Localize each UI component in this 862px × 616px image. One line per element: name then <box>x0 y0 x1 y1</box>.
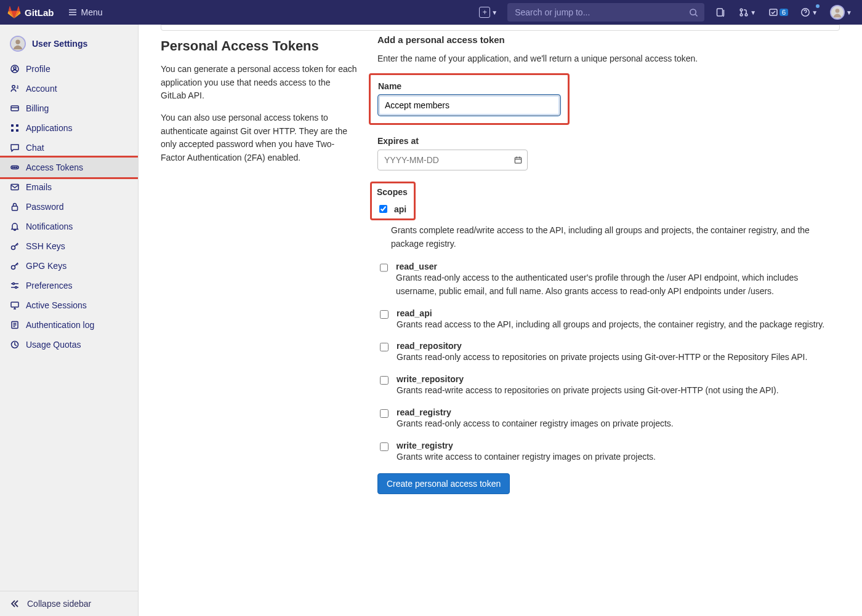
chevron-down-icon: ▼ <box>846 9 852 16</box>
menu-label: Menu <box>81 7 103 17</box>
sidebar-item-account[interactable]: Account <box>0 79 138 98</box>
sidebar: User Settings Profile Account Billing Ap… <box>0 25 139 616</box>
svg-point-22 <box>16 167 17 168</box>
svg-rect-18 <box>16 129 18 132</box>
sidebar-item-chat[interactable]: Chat <box>0 138 138 158</box>
applications-icon <box>10 123 20 133</box>
scope-checkbox-write_registry[interactable] <box>380 442 389 451</box>
sidebar-item-label: Chat <box>26 143 44 153</box>
brand-text: GitLab <box>25 7 54 18</box>
sidebar-item-label: Access Tokens <box>26 162 83 172</box>
new-button[interactable]: + ▼ <box>477 4 500 21</box>
name-label: Name <box>378 81 560 91</box>
bell-icon <box>10 222 20 231</box>
sidebar-title[interactable]: User Settings <box>0 31 138 59</box>
main-content: Personal Access Tokens You can generate … <box>139 25 862 616</box>
sidebar-item-label: Billing <box>26 103 49 113</box>
calendar-icon[interactable] <box>514 156 523 165</box>
svg-rect-17 <box>11 129 14 132</box>
sidebar-title-text: User Settings <box>32 39 87 49</box>
scope-checkbox-write_repository[interactable] <box>380 376 389 385</box>
plus-icon: + <box>479 7 490 18</box>
sidebar-item-label: Account <box>26 84 57 94</box>
scope-desc: Grants read access to the API, including… <box>397 318 824 332</box>
sidebar-item-notifications[interactable]: Notifications <box>0 217 138 236</box>
name-input[interactable] <box>378 95 560 116</box>
sidebar-item-profile[interactable]: Profile <box>0 59 138 79</box>
sidebar-item-emails[interactable]: Emails <box>0 177 138 197</box>
svg-rect-14 <box>11 106 18 111</box>
scope-desc: Grants read-only access to container reg… <box>397 417 674 431</box>
expires-input[interactable] <box>377 150 528 170</box>
svg-rect-29 <box>11 302 18 307</box>
svg-point-21 <box>14 167 15 168</box>
brand[interactable]: GitLab <box>7 6 54 19</box>
preferences-icon <box>10 281 20 290</box>
sidebar-item-billing[interactable]: Billing <box>0 98 138 118</box>
scope-name: read_registry <box>397 407 674 417</box>
sidebar-item-auth-log[interactable]: Authentication log <box>0 315 138 335</box>
sidebar-item-ssh-keys[interactable]: SSH Keys <box>0 236 138 256</box>
issues-button[interactable] <box>712 4 729 21</box>
sidebar-item-label: SSH Keys <box>26 241 65 251</box>
svg-rect-23 <box>11 185 18 190</box>
search-input[interactable] <box>514 7 684 18</box>
collapse-label: Collapse sidebar <box>27 599 91 609</box>
sidebar-item-applications[interactable]: Applications <box>0 118 138 138</box>
collapse-icon <box>10 599 20 609</box>
sidebar-item-preferences[interactable]: Preferences <box>0 276 138 295</box>
help-button[interactable]: ▼ <box>798 4 820 21</box>
svg-rect-24 <box>12 206 18 210</box>
svg-point-3 <box>740 14 743 16</box>
sidebar-item-access-tokens[interactable]: Access Tokens <box>0 158 138 177</box>
page-intro-column: Personal Access Tokens You can generate … <box>161 34 358 174</box>
sidebar-item-usage-quotas[interactable]: Usage Quotas <box>0 335 138 354</box>
svg-rect-16 <box>16 124 18 127</box>
token-form-column: Add a personal access token Enter the na… <box>377 34 840 494</box>
scope-desc: Grants complete read/write access to the… <box>391 224 840 250</box>
emails-icon <box>10 182 20 192</box>
sidebar-item-label: GPG Keys <box>26 261 66 271</box>
scope-name: api <box>394 204 406 214</box>
svg-point-28 <box>15 287 17 289</box>
issues-icon <box>715 7 725 17</box>
sidebar-item-gpg-keys[interactable]: GPG Keys <box>0 256 138 276</box>
help-icon <box>800 7 810 17</box>
scope-checkbox-api[interactable] <box>379 205 387 213</box>
sessions-icon <box>10 300 20 310</box>
scope-item: read_apiGrants read access to the API, i… <box>377 308 840 332</box>
form-subheading: Enter the name of your application, and … <box>377 54 840 63</box>
scope-name: read_user <box>396 262 840 271</box>
chevron-down-icon: ▼ <box>812 9 818 16</box>
merge-requests-button[interactable]: ▼ <box>736 4 759 21</box>
collapse-sidebar-button[interactable]: Collapse sidebar <box>0 591 138 616</box>
page-desc-2: You can also use personal access tokens … <box>161 111 358 165</box>
scope-desc: Grants write access to container registr… <box>397 450 656 464</box>
svg-rect-15 <box>11 124 14 127</box>
search-box[interactable] <box>507 3 704 22</box>
sidebar-item-label: Active Sessions <box>26 300 87 310</box>
sidebar-item-label: Applications <box>26 123 73 133</box>
token-icon <box>10 162 20 172</box>
sidebar-item-active-sessions[interactable]: Active Sessions <box>0 295 138 315</box>
key-icon <box>10 241 20 251</box>
expires-label: Expires at <box>377 136 840 146</box>
app-body: User Settings Profile Account Billing Ap… <box>0 25 862 616</box>
create-token-button[interactable]: Create personal access token <box>377 473 510 494</box>
scope-checkbox-read_user[interactable] <box>380 263 388 272</box>
key-icon <box>10 261 20 271</box>
user-menu-button[interactable]: ▼ <box>828 4 855 21</box>
menu-button[interactable]: Menu <box>68 7 103 17</box>
scope-checkbox-read_repository[interactable] <box>380 343 389 351</box>
svg-point-2 <box>740 9 743 11</box>
name-highlight-box: Name <box>369 73 570 125</box>
scope-desc: Grants read-only access to the authentic… <box>396 271 840 298</box>
chat-icon <box>10 143 20 153</box>
scope-checkbox-read_api[interactable] <box>380 310 389 319</box>
scope-checkbox-read_registry[interactable] <box>380 409 389 418</box>
sidebar-item-label: Preferences <box>26 281 72 290</box>
sidebar-item-password[interactable]: Password <box>0 197 138 217</box>
scope-name: write_repository <box>397 374 779 384</box>
todos-button[interactable]: 6 <box>766 4 791 21</box>
svg-rect-1 <box>717 9 723 16</box>
